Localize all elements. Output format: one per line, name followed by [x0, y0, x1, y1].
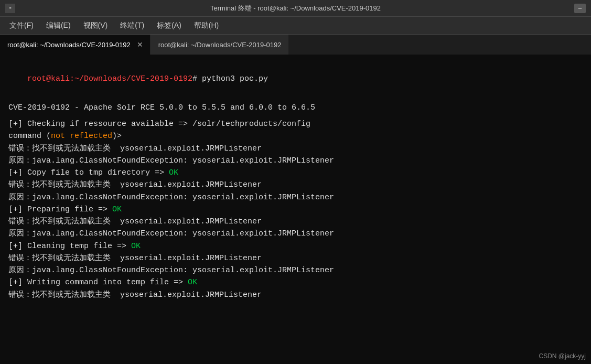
terminal-line: 错误：找不到或无法加载主类 ysoserial.exploit.JRMPList… — [8, 252, 583, 264]
tab-inactive[interactable]: root@kali: ~/Downloads/CVE-2019-0192 — [151, 35, 289, 55]
terminal-line: 原因：java.lang.ClassNotFoundException: yso… — [8, 155, 583, 167]
terminal-line: 原因：java.lang.ClassNotFoundException: yso… — [8, 228, 583, 240]
terminal-line: 原因：java.lang.ClassNotFoundException: yso… — [8, 264, 583, 276]
terminal-line — [8, 98, 583, 102]
menubar-item[interactable]: 编辑(E) — [41, 19, 76, 33]
menubar-item[interactable]: 帮助(H) — [189, 19, 224, 33]
terminal-line: 错误：找不到或无法加载主类 ysoserial.exploit.JRMPList… — [8, 143, 583, 155]
watermark: CSDN @jack-yyj — [539, 352, 586, 360]
terminal-line — [8, 114, 583, 118]
terminal-line: [+] Checking if ressource available => /… — [8, 118, 583, 130]
menubar-item[interactable]: 标签(A) — [152, 19, 187, 33]
tab-label-active: root@kali: ~/Downloads/CVE-2019-0192 — [7, 41, 131, 49]
tab-close-button[interactable]: ✕ — [137, 40, 143, 49]
titlebar: - Terminal 终端 - root@kali: ~/Downloads/C… — [0, 0, 591, 17]
menubar-item[interactable]: 文件(F) — [4, 19, 39, 33]
terminal-output: CVE-2019-0192 - Apache Solr RCE 5.0.0 to… — [8, 98, 583, 301]
window-close-button[interactable]: — — [574, 4, 586, 13]
terminal-line: [+] Copy file to tmp directory => OK — [8, 167, 583, 179]
menubar-item[interactable]: 视图(V) — [78, 19, 113, 33]
tabbar: root@kali: ~/Downloads/CVE-2019-0192 ✕ r… — [0, 35, 591, 55]
terminal-line: command (not reflected)> — [8, 130, 583, 142]
terminal-line: [+] Writing command into temp file => OK — [8, 276, 583, 288]
terminal-line: [+] Cleaning temp file => OK — [8, 240, 583, 252]
terminal-line: [+] Preparing file => OK — [8, 204, 583, 216]
terminal-line: 错误：找不到或无法加载主类 ysoserial.exploit.JRMPList… — [8, 216, 583, 228]
terminal-body: root@kali:~/Downloads/CVE-2019-0192# pyt… — [0, 55, 591, 364]
terminal-line: 错误：找不到或无法加载主类 ysoserial.exploit.JRMPList… — [8, 289, 583, 301]
tab-label-inactive: root@kali: ~/Downloads/CVE-2019-0192 — [158, 41, 282, 49]
prompt-hash: # — [192, 74, 197, 83]
tab-active[interactable]: root@kali: ~/Downloads/CVE-2019-0192 ✕ — [0, 35, 151, 55]
menubar-item[interactable]: 终端(T) — [115, 19, 149, 33]
menubar: 文件(F)编辑(E)视图(V)终端(T)标签(A)帮助(H) — [0, 17, 591, 35]
prompt-user: root@kali — [27, 74, 70, 83]
terminal-line: 错误：找不到或无法加载主类 ysoserial.exploit.JRMPList… — [8, 179, 583, 191]
prompt-path: :~/Downloads/CVE-2019-0192 — [70, 74, 192, 83]
terminal-icon: - — [5, 4, 15, 13]
prompt-line: root@kali:~/Downloads/CVE-2019-0192# pyt… — [8, 61, 583, 98]
terminal-line: 原因：java.lang.ClassNotFoundException: yso… — [8, 191, 583, 204]
terminal-line: CVE-2019-0192 - Apache Solr RCE 5.0.0 to… — [8, 102, 583, 114]
command-text: python3 poc.py — [197, 74, 268, 83]
titlebar-title: Terminal 终端 - root@kali: ~/Downloads/CVE… — [210, 4, 381, 13]
